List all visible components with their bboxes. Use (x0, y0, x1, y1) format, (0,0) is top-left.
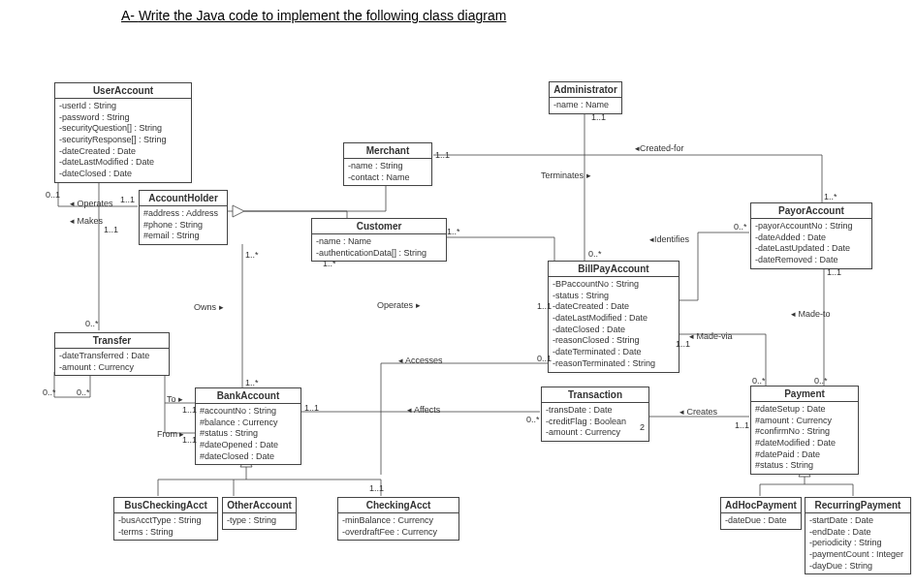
class-name: Merchant (344, 143, 431, 159)
mult: 0..* (734, 222, 747, 232)
mult: 1..1 (104, 225, 118, 234)
class-customer: Customer-name : Name-authenticationData[… (311, 218, 447, 262)
class-attrs: -BPaccountNo : String-status : String-da… (549, 277, 679, 372)
class-name: BankAccount (196, 388, 300, 404)
mult: 1..1 (591, 112, 606, 122)
class-attrs: -transDate : Date-creditFlag : Boolean-a… (542, 403, 648, 441)
page-title: A- Write the Java code to implement the … (121, 8, 506, 23)
class-attrs: -dateTransferred : Date-amount : Currenc… (55, 349, 169, 375)
class-name: CheckingAcct (338, 498, 458, 513)
class-attrs: -payorAccountNo : String-dateAdded : Dat… (751, 219, 871, 268)
mult: 0..1 (537, 354, 552, 363)
class-attrs: -name : String-contact : Name (344, 159, 431, 185)
class-checkingacct: CheckingAcct-minBalance : Currency-overd… (337, 497, 459, 541)
class-name: PayorAccount (751, 203, 871, 219)
class-buscheckingacct: BusCheckingAcct-busAcctType : String-ter… (113, 497, 218, 541)
mult: 1..* (323, 259, 336, 268)
class-name: UserAccount (55, 83, 191, 99)
class-billpayaccount: BillPayAccount-BPaccountNo : String-stat… (548, 261, 679, 373)
class-name: Payment (751, 387, 858, 402)
class-name: Administrator (550, 82, 621, 98)
mult: 0..* (85, 319, 99, 328)
class-attrs: #accountNo : String#balance : Currency#s… (196, 404, 300, 464)
mult: 0..* (814, 376, 828, 386)
mult: 1..1 (182, 405, 197, 415)
mult: 0..* (526, 415, 540, 424)
class-attrs: #dateSetup : Date#amount : Currency#conf… (751, 402, 858, 474)
label-makes: ◂ Makes (70, 216, 103, 226)
class-recurringpayment: RecurringPayment-startDate : Date-endDat… (805, 497, 911, 574)
class-name: AdHocPayment (721, 498, 801, 513)
mult: 0..* (752, 376, 766, 386)
label-terminates: Terminates ▸ (541, 170, 591, 180)
label-owns: Owns ▸ (194, 302, 224, 312)
class-name: Transaction (542, 387, 648, 403)
class-attrs: -name : Name-authenticationData[] : Stri… (312, 234, 446, 261)
class-attrs: -dateDue : Date (721, 513, 801, 529)
class-name: RecurringPayment (805, 498, 910, 513)
class-attrs: #address : Address#phone : String#email … (140, 206, 227, 244)
label-madevia: ◂ Made-via (689, 331, 733, 341)
class-bankaccount: BankAccount#accountNo : String#balance :… (195, 387, 301, 465)
mult: 1..1 (304, 403, 319, 413)
mult: 0..* (588, 249, 602, 259)
mult: 1..1 (537, 301, 552, 311)
class-transaction: Transaction-transDate : Date-creditFlag … (541, 387, 649, 442)
mult: 1..1 (827, 267, 841, 277)
class-accountholder: AccountHolder#address : Address#phone : … (139, 190, 228, 245)
label-affects: ◂ Affects (407, 405, 440, 415)
class-payoraccount: PayorAccount-payorAccountNo : String-dat… (750, 202, 872, 269)
class-attrs: -startDate : Date-endDate : Date-periodi… (805, 513, 910, 573)
mult: 1..1 (435, 150, 450, 160)
label-identifies: ◂Identifies (649, 234, 689, 244)
class-attrs: -type : String (223, 513, 296, 529)
class-attrs: -userId : String-password : String-secur… (55, 99, 191, 182)
label-to: To ▸ (167, 394, 183, 404)
class-name: Customer (312, 219, 446, 234)
mult: 1..1 (182, 435, 197, 445)
class-payment: Payment#dateSetup : Date#amount : Curren… (750, 386, 859, 475)
mult: 1..1 (120, 195, 135, 204)
class-administrator: Administrator-name : Name (549, 81, 622, 114)
label-from: From ▸ (157, 429, 185, 439)
mult: 1..* (245, 378, 259, 387)
mult: 1..* (447, 227, 460, 236)
class-attrs: -busAcctType : String-terms : String (114, 513, 217, 540)
mult: 2 (640, 422, 645, 432)
label-operates: ◂ Operates (70, 199, 113, 208)
class-merchant: Merchant-name : String-contact : Name (343, 142, 432, 186)
class-name: BillPayAccount (549, 262, 679, 277)
mult: 1..* (824, 192, 837, 201)
class-name: BusCheckingAcct (114, 498, 217, 513)
class-otheraccount: OtherAccount-type : String (222, 497, 297, 530)
class-name: AccountHolder (140, 191, 227, 206)
class-attrs: -minBalance : Currency-overdraftFee : Cu… (338, 513, 458, 540)
svg-marker-0 (233, 205, 244, 217)
class-useraccount: UserAccount-userId : String-password : S… (54, 82, 192, 183)
mult: 1..* (245, 250, 259, 260)
mult: 0..* (43, 387, 56, 397)
label-madeto: ◂ Made-to (791, 309, 831, 319)
class-attrs: -name : Name (550, 98, 621, 113)
class-name: Transfer (55, 333, 169, 349)
label-accesses: ◂ Accesses (398, 356, 443, 365)
label-createdfor: ◂Created-for (635, 143, 684, 153)
mult: 0..1 (46, 190, 60, 200)
label-operates2: Operates ▸ (377, 300, 421, 310)
label-creates: ◂ Creates (679, 407, 717, 417)
mult: 1..1 (676, 339, 690, 349)
class-adhocpayment: AdHocPayment-dateDue : Date (720, 497, 802, 530)
mult: 1..1 (735, 420, 749, 430)
mult: 1..1 (369, 483, 384, 493)
class-transfer: Transfer-dateTransferred : Date-amount :… (54, 332, 170, 376)
mult: 0..* (77, 387, 90, 397)
class-name: OtherAccount (223, 498, 296, 513)
